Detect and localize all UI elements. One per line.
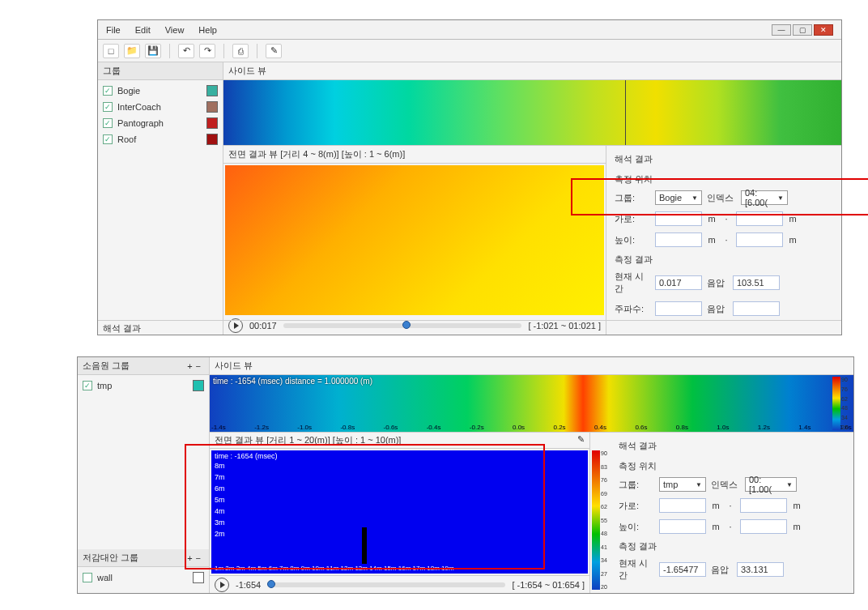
v-from-input-2[interactable] <box>659 519 706 534</box>
print-button[interactable]: ⎙ <box>232 44 249 58</box>
group-label-2: 그룹: <box>619 479 654 491</box>
sound-pressure-label-2: 음압 <box>707 303 728 315</box>
remove-icon[interactable]: − <box>196 553 201 563</box>
h-from-input-2[interactable] <box>659 498 706 513</box>
time-tick: 0.4s <box>594 424 606 431</box>
time-slider-2[interactable] <box>267 582 505 587</box>
front-view-header: 전면 결과 뷰 [거리 4 ~ 8(m)] [높이 : 1 ~ 6(m)] <box>223 146 606 164</box>
current-time-label-2: -1:654 <box>236 580 261 590</box>
undo-button[interactable]: ↶ <box>178 44 194 58</box>
slider-thumb-2[interactable] <box>267 580 275 588</box>
group-item[interactable]: ✓Pantograph <box>103 117 218 129</box>
remove-icon[interactable]: − <box>196 361 201 371</box>
save-icon: 💾 <box>147 45 159 56</box>
add-icon[interactable]: + <box>187 361 192 371</box>
edit-icon[interactable]: ✎ <box>577 434 585 446</box>
front-view-header-2: 전면 결과 뷰 [거리 1 ~ 20(m)] [높이 : 1 ~ 10(m)] … <box>210 433 589 449</box>
new-button[interactable]: □ <box>103 44 119 58</box>
checkbox[interactable]: ✓ <box>103 102 113 112</box>
h-to-input[interactable] <box>736 211 783 226</box>
frequency-input[interactable] <box>655 301 702 316</box>
add-icon[interactable]: + <box>187 553 192 563</box>
position-section-label-2: 측정 위치 <box>619 460 845 472</box>
time-tick: 0.2s <box>553 424 565 431</box>
range-tilde: · <box>725 522 735 531</box>
time-tick: -1.2s <box>254 424 269 431</box>
time-label: 현재 시간 <box>615 271 650 295</box>
group-list: ✓Bogie✓InterCoach✓Pantograph✓Roof <box>98 80 223 155</box>
unit-m: m <box>711 522 721 531</box>
sound-pressure-input-2[interactable] <box>733 301 780 316</box>
group-item[interactable]: ✓ tmp <box>83 380 204 391</box>
group-item[interactable]: ✓Roof <box>103 134 218 145</box>
menu-file[interactable]: File <box>106 25 121 35</box>
colorbar-gradient <box>832 377 840 430</box>
h-from-input[interactable] <box>655 211 702 226</box>
time-tick: 1.4s <box>798 424 811 431</box>
time-value[interactable]: 0.017 <box>655 275 702 290</box>
menu-help[interactable]: Help <box>198 25 217 35</box>
group-panel-header: 그룹 <box>98 62 223 80</box>
front-view-panel: 전면 결과 뷰 [거리 4 ~ 8(m)] [높이 : 1 ~ 6(m)] 00… <box>223 146 606 335</box>
play-icon <box>220 582 225 588</box>
menu-view[interactable]: View <box>165 25 185 35</box>
time-value-2[interactable]: -1.65477 <box>659 562 706 577</box>
group-label: Pantograph <box>117 118 164 128</box>
window-minimize-button[interactable]: — <box>772 24 791 36</box>
save-button[interactable]: 💾 <box>145 44 161 58</box>
play-button-2[interactable] <box>215 578 229 592</box>
noise-group-header: 소음원 그룹+− <box>78 357 209 375</box>
group-select[interactable]: Bogie▼ <box>655 190 702 205</box>
cb-tick: 48 <box>841 405 848 411</box>
menu-edit[interactable]: Edit <box>135 25 151 35</box>
front-view-2[interactable]: time : -1654 (msec) 8m7m6m5m4m3m2m 1m 2m… <box>211 450 588 574</box>
cb-tick: 34 <box>841 415 848 420</box>
color-swatch <box>193 572 204 583</box>
v-to-input[interactable] <box>736 232 783 247</box>
side-view-2[interactable]: time : -1654 (msec) distance = 1.000000 … <box>210 375 853 432</box>
checkbox-wall[interactable] <box>83 573 92 582</box>
redo-button[interactable]: ↷ <box>199 44 215 58</box>
y-tick: 7m <box>215 473 225 481</box>
settings-icon: ✎ <box>270 45 278 56</box>
group-item[interactable]: ✓Bogie <box>103 85 218 96</box>
range-tilde: · <box>721 235 731 245</box>
color-swatch <box>206 134 218 145</box>
v-to-input-2[interactable] <box>740 519 787 534</box>
time-tick: -0.4s <box>427 424 441 431</box>
checkbox[interactable]: ✓ <box>103 134 113 144</box>
side-view[interactable] <box>223 80 841 145</box>
result-section-label-2: 측정 결과 <box>619 540 845 552</box>
checkbox-tmp[interactable]: ✓ <box>83 381 92 390</box>
y-tick: 8m <box>215 462 225 470</box>
group-item[interactable]: ✓InterCoach <box>103 101 218 113</box>
time-label-2: 현재 시간 <box>619 557 654 582</box>
cb-tick: 62 <box>601 504 607 510</box>
unit-m: m <box>711 501 721 510</box>
window-close-button[interactable]: ✕ <box>814 24 833 36</box>
checkbox[interactable]: ✓ <box>103 86 113 96</box>
window-maximize-button[interactable]: ▢ <box>793 24 812 36</box>
v-from-input[interactable] <box>655 232 702 247</box>
settings-button[interactable]: ✎ <box>266 44 282 58</box>
index-select[interactable]: 04:[6.00(▼ <box>741 190 788 205</box>
cb-tick: 83 <box>601 464 607 470</box>
time-ticks: -1.4s-1.2s-1.0s-0.8s-0.6s-0.4s-0.2s0.0s0… <box>210 424 853 431</box>
front-view[interactable] <box>225 165 604 315</box>
time-tick: 1.0s <box>717 424 729 431</box>
sound-pressure-value-2[interactable]: 33.131 <box>737 562 784 577</box>
cb-tick: 27 <box>601 571 607 577</box>
front-heatmap <box>225 165 604 315</box>
group-item[interactable]: wall <box>83 572 204 583</box>
group-select-2[interactable]: tmp▼ <box>659 477 706 492</box>
time-overlay: time : -1654 (msec) distance = 1.000000 … <box>213 377 372 386</box>
open-button[interactable]: 📁 <box>124 44 140 58</box>
checkbox[interactable]: ✓ <box>103 118 113 128</box>
time-tick: 1.2s <box>758 424 770 431</box>
sound-pressure-value[interactable]: 103.51 <box>733 275 780 290</box>
vertical-label: 높이: <box>615 234 650 246</box>
h-to-input-2[interactable] <box>740 498 787 513</box>
index-select-2[interactable]: 00:[1.00(▼ <box>745 477 797 492</box>
cb-tick: 20 <box>601 584 607 590</box>
chevron-down-icon: ▼ <box>691 194 698 202</box>
